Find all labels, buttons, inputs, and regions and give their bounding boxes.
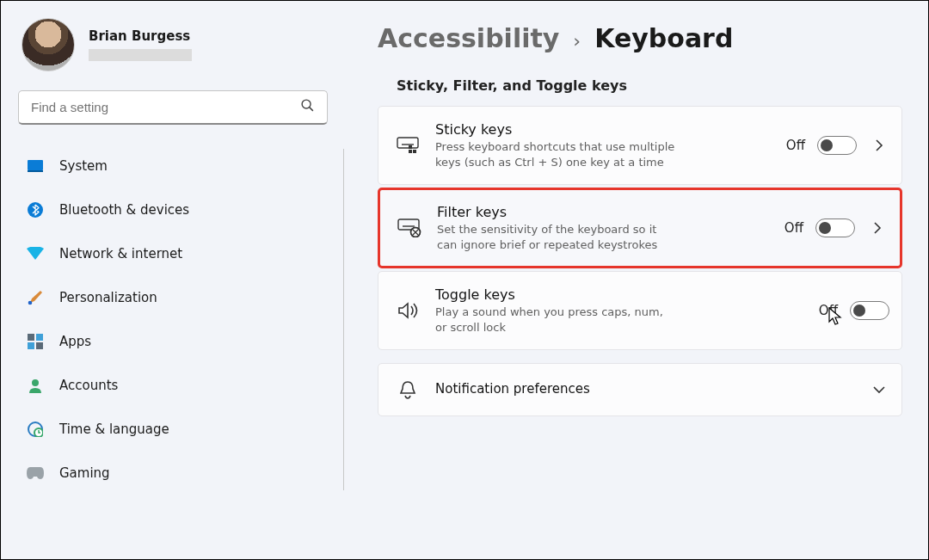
brush-icon <box>27 289 44 306</box>
svg-point-0 <box>302 100 311 108</box>
sidebar-item-bluetooth[interactable]: Bluetooth & devices <box>18 193 338 227</box>
chevron-down-icon[interactable] <box>869 385 889 394</box>
sidebar-item-system[interactable]: System <box>18 149 338 183</box>
toggle-state: Off <box>784 220 803 236</box>
keyboard-icon <box>396 137 420 154</box>
main-content: Accessibility › Keyboard Sticky, Filter,… <box>345 1 928 559</box>
card-title: Toggle keys <box>435 286 676 303</box>
svg-rect-7 <box>36 334 43 341</box>
nav-list: System Bluetooth & devices Network & int… <box>18 149 344 490</box>
svg-rect-2 <box>28 160 43 170</box>
card-title: Filter keys <box>437 204 678 220</box>
chevron-right-icon: › <box>573 30 581 52</box>
bell-icon <box>396 380 420 399</box>
sidebar-item-apps[interactable]: Apps <box>18 324 338 359</box>
apps-icon <box>27 333 44 350</box>
sidebar: Brian Burgess System Bluetooth & devi <box>1 1 345 559</box>
svg-rect-21 <box>413 150 416 153</box>
sidebar-item-label: Network & internet <box>59 246 182 262</box>
settings-cards: Sticky keys Press keyboard shortcuts tha… <box>378 106 902 416</box>
toggle-state: Off <box>819 303 838 318</box>
svg-rect-22 <box>409 145 412 149</box>
sticky-keys-toggle[interactable] <box>817 136 857 155</box>
sidebar-item-personalization[interactable]: Personalization <box>18 280 338 315</box>
breadcrumb-parent[interactable]: Accessibility <box>378 23 559 53</box>
section-title: Sticky, Filter, and Toggle keys <box>397 77 911 94</box>
chevron-right-icon[interactable] <box>869 138 889 152</box>
svg-rect-9 <box>36 342 43 349</box>
card-title: Notification preferences <box>435 381 853 397</box>
breadcrumb-current: Keyboard <box>594 23 733 53</box>
sidebar-item-label: Bluetooth & devices <box>59 202 189 218</box>
card-toggle-keys[interactable]: Toggle keys Play a sound when you press … <box>378 271 902 350</box>
sidebar-item-label: Gaming <box>59 465 110 481</box>
card-sticky-keys[interactable]: Sticky keys Press keyboard shortcuts tha… <box>378 106 902 185</box>
breadcrumb: Accessibility › Keyboard <box>378 23 911 53</box>
toggle-keys-toggle[interactable] <box>850 301 889 320</box>
avatar <box>22 18 75 71</box>
sidebar-item-time-language[interactable]: Time & language <box>18 412 338 446</box>
keyboard-filter-icon <box>397 218 421 237</box>
sidebar-item-gaming[interactable]: Gaming <box>18 456 338 490</box>
sidebar-item-label: Apps <box>59 334 91 349</box>
sidebar-item-accounts[interactable]: Accounts <box>18 368 338 403</box>
svg-rect-3 <box>28 170 43 172</box>
svg-rect-8 <box>28 342 34 349</box>
gamepad-icon <box>27 465 44 482</box>
sidebar-item-label: System <box>59 158 108 174</box>
sidebar-item-label: Time & language <box>59 422 169 437</box>
card-filter-keys[interactable]: Filter keys Set the sensitivity of the k… <box>378 188 902 268</box>
svg-point-10 <box>32 379 39 386</box>
clock-globe-icon <box>27 421 44 438</box>
card-notification-preferences[interactable]: Notification preferences <box>378 363 902 416</box>
svg-point-5 <box>28 301 33 305</box>
svg-rect-20 <box>409 150 412 153</box>
card-desc: Set the sensitivity of the keyboard so i… <box>437 222 678 252</box>
filter-keys-toggle[interactable] <box>815 218 855 237</box>
bluetooth-icon <box>27 201 44 218</box>
speaker-icon <box>396 301 420 320</box>
search-icon <box>300 98 315 116</box>
user-profile[interactable]: Brian Burgess <box>18 18 344 71</box>
user-name: Brian Burgess <box>89 28 192 46</box>
chevron-right-icon[interactable] <box>867 221 888 235</box>
svg-rect-13 <box>397 138 418 148</box>
svg-rect-6 <box>28 334 34 341</box>
wifi-icon <box>27 245 44 262</box>
user-icon <box>27 377 44 394</box>
sidebar-item-label: Personalization <box>59 290 157 305</box>
toggle-state: Off <box>786 138 805 153</box>
search-input[interactable] <box>31 100 300 114</box>
card-desc: Press keyboard shortcuts that use multip… <box>435 139 676 169</box>
card-desc: Play a sound when you press caps, num, o… <box>435 305 676 335</box>
card-title: Sticky keys <box>435 121 676 138</box>
svg-line-1 <box>310 108 313 111</box>
user-email-redacted <box>89 49 192 61</box>
search-box[interactable] <box>18 90 328 125</box>
sidebar-item-label: Accounts <box>59 378 118 393</box>
display-icon <box>27 157 44 175</box>
sidebar-item-network[interactable]: Network & internet <box>18 237 338 271</box>
